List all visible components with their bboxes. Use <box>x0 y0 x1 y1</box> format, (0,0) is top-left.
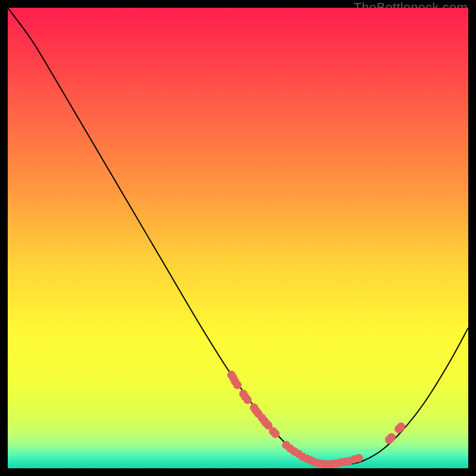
data-dots <box>227 371 405 468</box>
data-dot <box>243 396 252 404</box>
bottleneck-curve <box>8 8 468 465</box>
data-dot <box>271 430 280 438</box>
data-dot <box>355 454 363 462</box>
data-dot <box>233 381 242 389</box>
chart-frame <box>8 8 468 468</box>
data-dot <box>397 422 405 431</box>
data-dot <box>387 433 396 441</box>
chart-svg <box>8 8 468 468</box>
